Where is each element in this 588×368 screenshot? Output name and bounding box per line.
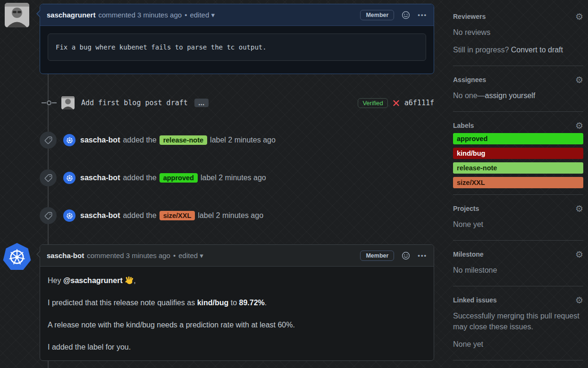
label-event-row: sascha-bot added the approved label 2 mi…: [40, 169, 434, 186]
label-bar-release-note[interactable]: release-note: [453, 162, 583, 174]
sidebar: Reviewers ⚙ No reviews Still in progress…: [453, 0, 583, 360]
commit-sha-link[interactable]: a6f111f: [404, 99, 434, 107]
comment-paragraph: Hey @saschagrunert ,: [48, 276, 426, 285]
event-action: added the: [123, 136, 156, 144]
speech-arrow-fill: [34, 10, 41, 17]
labels-title: Labels: [453, 122, 474, 129]
gear-icon[interactable]: ⚙: [575, 122, 583, 129]
event-actor[interactable]: sascha-bot: [80, 136, 120, 144]
emoji-reaction-button[interactable]: [402, 11, 410, 19]
bot-avatar-large[interactable]: [3, 243, 31, 271]
smiley-icon: [402, 11, 410, 19]
label-bar-size-xxl[interactable]: size/XXL: [453, 177, 583, 188]
tag-icon-circle: [40, 132, 57, 149]
kubernetes-wheel-icon: [66, 136, 74, 144]
label-chip[interactable]: approved: [160, 173, 198, 183]
milestone-empty-text: No milestone: [453, 265, 583, 276]
comment-timestamp[interactable]: commented 3 minutes ago: [87, 251, 170, 259]
verified-badge[interactable]: Verified: [358, 98, 387, 108]
linked-issues-section: Linked issues ⚙ Successfully merging thi…: [453, 286, 583, 360]
reviewers-empty-text: No reviews: [453, 27, 583, 38]
comment-body: Fix a bug where kubenet fails to parse t…: [40, 26, 434, 68]
speech-arrow-fill: [34, 251, 41, 258]
member-badge[interactable]: Member: [360, 251, 394, 261]
comment-sascha-bot: sascha-bot commented 3 minutes ago • edi…: [40, 244, 434, 361]
gear-icon[interactable]: ⚙: [575, 251, 583, 258]
label-chip[interactable]: release-note: [160, 135, 207, 145]
bot-avatar[interactable]: [63, 172, 76, 184]
linked-issues-desc: Successfully merging this pull request m…: [453, 310, 583, 332]
gear-icon[interactable]: ⚙: [575, 13, 583, 20]
comment-author[interactable]: saschagrunert: [47, 11, 95, 19]
gear-icon[interactable]: ⚙: [575, 76, 583, 83]
label-bar-approved[interactable]: approved: [453, 133, 583, 144]
label-event-row: sascha-bot added the release-note label …: [40, 132, 434, 149]
user-mention-link[interactable]: @saschagrunert: [63, 276, 123, 284]
dot-separator: •: [185, 11, 187, 19]
comment-paragraph: I added the label for you.: [48, 343, 426, 351]
bot-avatar[interactable]: [63, 209, 76, 222]
comment-body: Hey @saschagrunert , I predicted that th…: [40, 267, 434, 351]
projects-section: Projects ⚙ None yet: [453, 195, 583, 241]
comment-paragraph: A release note with the kind/bug needs a…: [48, 321, 426, 329]
dot-separator: •: [173, 251, 176, 259]
user-photo-icon: [5, 3, 29, 27]
commit-message-link[interactable]: Add first blog post draft: [81, 99, 188, 107]
commit-event-row: Add first blog post draft … Verified a6f…: [40, 95, 434, 110]
event-action: added the: [123, 174, 156, 182]
kebab-menu-icon[interactable]: •••: [418, 11, 427, 18]
git-commit-icon: [40, 99, 59, 107]
kubernetes-wheel-icon: [66, 174, 74, 182]
commit-expand-button[interactable]: …: [194, 99, 209, 107]
edited-dropdown[interactable]: edited ▾: [190, 11, 215, 19]
tag-icon-circle: [40, 169, 57, 186]
comment-author[interactable]: sascha-bot: [47, 251, 84, 259]
linked-issues-empty-text: None yet: [453, 339, 583, 350]
failed-check-x-icon[interactable]: [393, 100, 400, 107]
kebab-menu-icon[interactable]: •••: [418, 252, 427, 259]
assignees-empty-text: No one—: [453, 92, 485, 100]
comment-saschagrunert: saschagrunert commented 3 minutes ago • …: [40, 4, 434, 74]
emoji-reaction-button[interactable]: [402, 251, 410, 260]
comment-header: sascha-bot commented 3 minutes ago • edi…: [40, 245, 434, 267]
bot-avatar[interactable]: [63, 134, 76, 146]
event-actor[interactable]: sascha-bot: [80, 174, 120, 182]
tag-icon: [44, 212, 52, 220]
comment-header: saschagrunert commented 3 minutes ago • …: [40, 4, 434, 26]
kubernetes-wheel-icon: [66, 212, 74, 220]
tag-icon: [44, 136, 52, 144]
kubernetes-wheel-icon: [7, 247, 27, 267]
edited-dropdown[interactable]: edited ▾: [178, 251, 203, 260]
labels-section: Labels ⚙ approved kind/bug release-note …: [453, 112, 583, 195]
assignees-section: Assignees ⚙ No one—assign yourself: [453, 66, 583, 112]
reviewers-title: Reviewers: [453, 13, 486, 20]
event-suffix: label 2 minutes ago: [201, 174, 266, 182]
projects-empty-text: None yet: [453, 219, 583, 230]
code-block: Fix a bug where kubenet fails to parse t…: [48, 33, 426, 61]
smiley-icon: [402, 251, 410, 260]
member-badge[interactable]: Member: [360, 10, 394, 20]
event-actor[interactable]: sascha-bot: [80, 211, 120, 220]
gear-icon[interactable]: ⚙: [575, 297, 583, 303]
chevron-down-icon: ▾: [211, 11, 215, 19]
wave-emoji-icon: [125, 276, 134, 285]
label-event-row: sascha-bot added the size/XXL label 2 mi…: [40, 207, 434, 224]
chevron-down-icon: ▾: [200, 251, 203, 259]
label-chip[interactable]: size/XXL: [160, 211, 195, 220]
event-suffix: label 2 minutes ago: [198, 211, 263, 220]
draft-hint-text: Still in progress?: [453, 46, 511, 54]
comment-timestamp[interactable]: commented 3 minutes ago: [98, 11, 182, 19]
projects-title: Projects: [453, 205, 479, 212]
assign-yourself-link[interactable]: assign yourself: [485, 92, 536, 100]
tag-icon-circle: [40, 207, 57, 224]
tag-icon: [44, 174, 52, 182]
commit-author-avatar[interactable]: [61, 96, 75, 109]
gear-icon[interactable]: ⚙: [575, 205, 583, 212]
convert-to-draft-link[interactable]: Convert to draft: [511, 46, 563, 54]
milestone-section: Milestone ⚙ No milestone: [453, 241, 583, 286]
comment-paragraph: I predicted that this release note quali…: [48, 299, 426, 307]
pr-conversation-page: saschagrunert commented 3 minutes ago • …: [0, 0, 588, 368]
label-bar-kind-bug[interactable]: kind/bug: [453, 148, 583, 159]
milestone-title: Milestone: [453, 251, 484, 258]
avatar[interactable]: [5, 3, 29, 27]
